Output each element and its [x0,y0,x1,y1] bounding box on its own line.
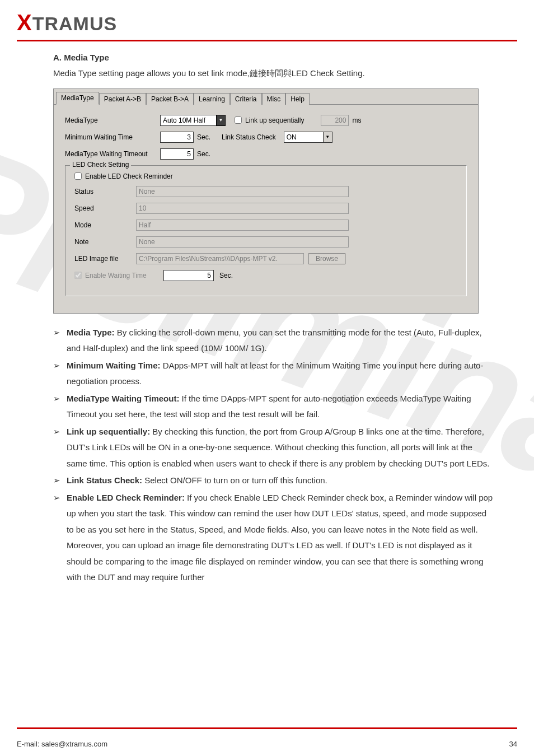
status-label: Status [74,188,136,195]
mediatype-combo[interactable] [160,115,216,126]
timeout-sec: Sec. [197,150,210,158]
note-input[interactable] [136,236,349,248]
page-number: 34 [509,740,517,748]
led-image-label: LED Image file [74,255,136,263]
section-intro: Media Type setting page allows you to se… [53,66,495,82]
bullet-icon: ➢ [53,424,67,440]
footer-email: E-mail: sales@xtramus.com [17,740,107,748]
b3: Link up sequentially: [67,427,150,436]
speed-label: Speed [74,204,136,212]
linkup-seq-label: Link up sequentially [245,116,304,124]
mediatype-label: MediaType [65,116,160,124]
b5: Enable LED Check Reminder: [67,493,185,502]
link-status-combo[interactable] [284,132,323,143]
min-wait-sec: Sec. [197,133,210,141]
mode-input[interactable] [136,220,349,231]
browse-button[interactable]: Browse [308,253,345,264]
enable-led-checkbox[interactable] [74,172,82,180]
b1: Minimum Waiting Time: [67,361,161,370]
logo-rest: TRAMUS [32,13,117,34]
enable-wait-sec: Sec. [219,272,233,279]
tab-criteria[interactable]: Criteria [230,93,262,105]
mode-label: Mode [74,221,136,229]
tab-help[interactable]: Help [285,93,310,105]
bullet-icon: ➢ [53,473,67,489]
tabstrip: MediaType Packet A->B Packet B->A Learni… [54,89,478,104]
min-wait-label: Minimum Waiting Time [65,133,160,141]
led-image-input[interactable] [136,253,304,264]
enable-led-label: Enable LED Check Reminder [85,172,173,180]
chevron-down-icon[interactable]: ▼ [323,132,332,143]
b4: Link Status Check: [67,475,142,485]
section-title: A. Media Type [53,53,495,62]
logo-x: X [17,10,32,35]
tab-mediatype[interactable]: MediaType [56,92,99,105]
speed-input[interactable] [136,203,349,214]
mediatype-panel: MediaType Packet A->B Packet B->A Learni… [53,88,479,314]
status-input[interactable] [136,186,349,197]
enable-wait-label: Enable Waiting Time [85,272,163,279]
tab-misc[interactable]: Misc [262,93,286,105]
bullet-icon: ➢ [53,391,67,407]
b0: Media Type: [67,328,115,337]
t0: By clicking the scroll-down menu, you ca… [67,328,482,353]
chevron-down-icon[interactable]: ▼ [216,115,226,126]
tab-learning[interactable]: Learning [194,93,230,105]
note-label: Note [74,238,136,246]
t4: Select ON/OFF to turn on or turn off thi… [142,475,327,485]
link-status-check-label: Link Status Check [222,133,276,141]
bullet-icon: ➢ [53,358,67,374]
linkup-seq-checkbox[interactable] [235,116,242,124]
linkup-ms-input[interactable] [321,115,349,126]
enable-wait-input[interactable] [163,270,214,281]
led-check-legend: LED Check Setting [70,161,131,169]
led-check-fieldset: LED Check Setting Enable LED Check Remin… [65,165,467,296]
tab-packet-ba[interactable]: Packet B->A [146,93,194,105]
t5: If you check Enable LED Check Reminder c… [67,493,493,582]
b2: MediaType Waiting Timeout: [67,394,179,403]
timeout-label: MediaType Waiting Timeout [65,150,160,158]
tab-packet-ab[interactable]: Packet A->B [99,93,146,105]
timeout-input[interactable] [160,148,194,160]
footer-rule [17,727,517,729]
bullet-icon: ➢ [53,325,67,341]
bullet-list: ➢Media Type: By clicking the scroll-down… [53,325,495,586]
bullet-icon: ➢ [53,490,67,506]
ms-label: ms [352,116,361,124]
min-wait-input[interactable] [160,132,194,143]
enable-wait-checkbox[interactable] [74,272,82,279]
header-rule [17,40,517,41]
